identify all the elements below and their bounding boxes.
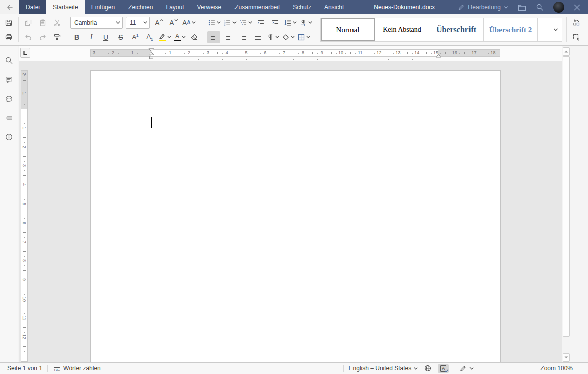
nonprinting-characters-button[interactable] — [266, 31, 280, 43]
tab-schutz[interactable]: Schutz — [286, 0, 318, 14]
multilevel-list-button[interactable] — [239, 17, 253, 29]
sidebar-comments-button[interactable] — [3, 73, 15, 85]
align-center-button[interactable] — [222, 31, 235, 43]
back-button[interactable] — [0, 0, 19, 14]
style-ueberschrift-2[interactable]: Überschrift 2 — [484, 18, 538, 41]
scroll-down-button[interactable] — [563, 353, 570, 362]
default-tab-stop — [175, 59, 175, 60]
set-document-language-button[interactable] — [421, 364, 435, 372]
editing-mode-switch[interactable]: Bearbeitung — [458, 4, 508, 11]
tab-zeichnen[interactable]: Zeichnen — [122, 0, 159, 14]
sidebar-chat-button[interactable] — [3, 92, 15, 105]
ruler-tick — [260, 53, 261, 54]
right-indent-marker[interactable] — [436, 52, 441, 59]
language-selector[interactable]: English – United States — [346, 365, 421, 372]
search-button[interactable] — [536, 3, 544, 11]
font-color-button[interactable]: A — [173, 31, 186, 43]
ruler-number: 8 — [299, 50, 306, 56]
horizontal-ruler[interactable]: 321123456789101112131415161718 — [90, 49, 500, 57]
tab-startseite[interactable]: Startseite — [46, 0, 85, 14]
save-button[interactable] — [2, 17, 15, 29]
zoom-value[interactable]: Zoom 100% — [537, 365, 576, 372]
ruler-tick — [104, 52, 104, 54]
decrease-indent-button[interactable] — [254, 17, 267, 29]
ruler-tick — [23, 251, 26, 252]
print-button[interactable] — [2, 31, 15, 43]
change-case-button[interactable]: A A — [182, 17, 196, 29]
document-page[interactable] — [90, 70, 501, 363]
undo-button[interactable] — [22, 31, 35, 43]
style-normal[interactable]: Normal — [321, 18, 375, 41]
underline-button[interactable]: U — [99, 31, 112, 43]
tab-ansicht[interactable]: Ansicht — [318, 0, 350, 14]
align-center-icon — [224, 33, 232, 41]
tab-einfuegen[interactable]: Einfügen — [85, 0, 122, 14]
scroll-up-button[interactable] — [563, 47, 570, 56]
line-spacing-button[interactable] — [283, 17, 297, 29]
vertical-ruler[interactable]: 21123456789101112 — [21, 70, 28, 362]
increase-indent-button[interactable] — [269, 17, 282, 29]
shading-button[interactable] — [281, 31, 295, 43]
select-all-button[interactable] — [570, 31, 583, 43]
italic-button[interactable]: I — [85, 31, 98, 43]
undo-icon — [24, 33, 32, 41]
redo-button[interactable] — [36, 31, 49, 43]
tab-verweise[interactable]: Verweise — [191, 0, 228, 14]
scrollbar-thumb[interactable] — [563, 56, 570, 337]
ruler-number: 17 — [471, 50, 478, 56]
ruler-tick — [24, 199, 25, 200]
style-kein-abstand[interactable]: Kein Abstand — [375, 18, 429, 41]
ruler-tick — [24, 170, 25, 171]
font-size-select[interactable]: 11 — [126, 17, 150, 29]
ruler-number: 2 — [21, 71, 27, 78]
cut-button[interactable] — [51, 17, 64, 29]
track-changes-button[interactable] — [456, 365, 477, 372]
decrease-font-size-button[interactable]: A — [167, 17, 180, 29]
replace-button[interactable] — [570, 17, 583, 29]
tab-datei[interactable]: Datei — [19, 0, 46, 14]
paste-button[interactable] — [36, 17, 49, 29]
close-button[interactable] — [574, 4, 580, 11]
align-right-button[interactable] — [237, 31, 250, 43]
sidebar-search-button[interactable] — [3, 54, 15, 66]
bold-button[interactable]: B — [70, 31, 83, 43]
tab-zusammenarbeit[interactable]: Zusammenarbeit — [228, 0, 286, 14]
tab-layout[interactable]: Layout — [159, 0, 190, 14]
styles-expand-button[interactable] — [549, 18, 562, 42]
ruler-tick — [23, 175, 26, 176]
spell-check-button[interactable]: A — [435, 364, 452, 373]
align-left-button[interactable] — [207, 31, 220, 43]
increase-font-size-button[interactable]: A — [153, 17, 166, 29]
underline-glyph: U — [103, 34, 108, 41]
ruler-tick — [23, 119, 26, 119]
indent-markers[interactable] — [148, 48, 154, 62]
avatar[interactable] — [553, 2, 564, 13]
numbered-list-button[interactable] — [223, 17, 237, 29]
align-justify-button[interactable] — [251, 31, 264, 43]
vertical-scrollbar[interactable] — [562, 46, 570, 363]
copy-style-button[interactable] — [51, 31, 64, 43]
sidebar-navigation-button[interactable] — [3, 112, 15, 124]
style-ueberschrift-1[interactable]: Überschrift — [429, 18, 484, 41]
tab-stop-selector[interactable] — [20, 48, 30, 58]
borders-button[interactable] — [297, 31, 311, 43]
word-count-button[interactable]: 12 Wörter zählen — [50, 364, 104, 372]
subscript-button[interactable]: A1 — [143, 31, 156, 43]
bullet-list-button[interactable] — [207, 17, 221, 29]
clear-style-button[interactable] — [188, 31, 201, 43]
strikeout-button[interactable]: S — [114, 31, 127, 43]
paragraph-direction-button[interactable] — [299, 17, 313, 29]
superscript-button[interactable]: A1 — [129, 31, 142, 43]
letter-glyph: A — [182, 19, 187, 26]
sidebar-about-button[interactable] — [3, 131, 15, 143]
menu-tabs: DateiStartseiteEinfügenZeichnenLayoutVer… — [19, 0, 350, 14]
caret-up-icon — [160, 19, 164, 22]
open-file-location-button[interactable] — [518, 4, 526, 11]
highlight-color-button[interactable] — [158, 31, 172, 43]
font-name-select[interactable]: Cambria — [70, 17, 123, 29]
page-indicator[interactable]: Seite 1 von 1 — [0, 365, 45, 372]
print-icon — [5, 33, 13, 41]
ruler-number: 10 — [21, 296, 27, 303]
copy-button[interactable] — [22, 17, 35, 29]
ruler-tick — [23, 80, 26, 81]
